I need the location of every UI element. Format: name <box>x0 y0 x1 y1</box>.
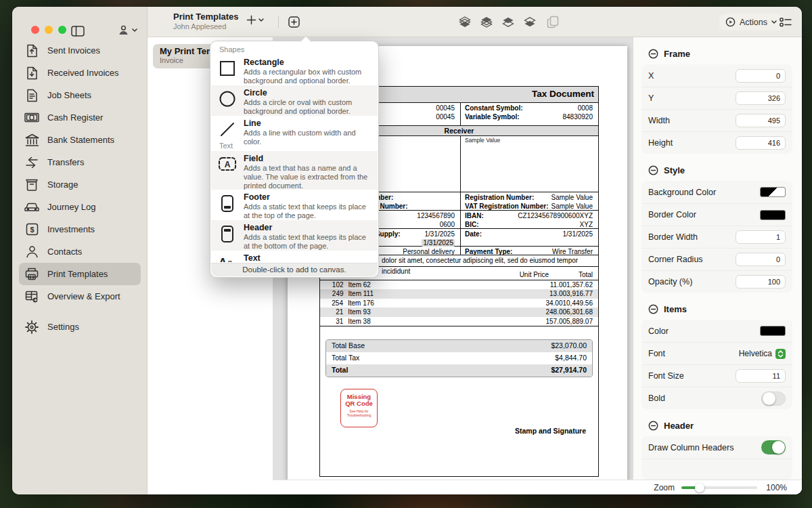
font-popup-button[interactable]: Helvetica <box>739 349 786 359</box>
section-title: Items <box>664 304 687 314</box>
add-template-button[interactable] <box>246 15 264 25</box>
text-item-header[interactable]: HeaderAdds a static text that keeps its … <box>211 220 378 251</box>
toolbar-divider <box>278 16 279 28</box>
sidebar-item-label: Journey Log <box>47 202 96 212</box>
zoom-slider[interactable] <box>681 486 757 489</box>
sidebar-item-sent-invoices[interactable]: Sent Invoices <box>19 39 141 62</box>
sidebar-item-label: Storage <box>47 179 78 190</box>
gear-icon <box>24 320 39 335</box>
border-width-field[interactable] <box>736 230 786 244</box>
section-title: Header <box>664 421 694 431</box>
sidebar-item-transfers[interactable]: Transfers <box>19 151 141 173</box>
table-export-icon <box>24 289 39 304</box>
close-window-button[interactable] <box>31 26 39 34</box>
height-field[interactable] <box>736 136 786 150</box>
shape-item-circle[interactable]: CircleAdds a circle or oval with custom … <box>211 85 378 116</box>
send-to-back-button[interactable] <box>456 14 474 29</box>
draw-column-headers-toggle[interactable] <box>761 440 786 454</box>
transfer-arrows-icon <box>24 155 39 170</box>
document-arrow-up-icon <box>24 43 39 58</box>
printer-icon <box>24 267 39 282</box>
zoom-window-button[interactable] <box>58 26 66 34</box>
y-field[interactable] <box>736 91 786 105</box>
sidebar-item-contacts[interactable]: Contacts <box>19 240 141 263</box>
doc-items-table: 102Item 62 11.00 1,357.62 249Item 111 13… <box>320 280 598 326</box>
person-icon <box>24 245 39 259</box>
sidebar-item-received-invoices[interactable]: Received Invoices <box>19 62 141 84</box>
duplicate-button[interactable] <box>544 14 562 29</box>
stepper-icon <box>775 349 786 359</box>
sidebar-item-overview-export[interactable]: Overview & Export <box>19 285 141 308</box>
chevron-down-icon <box>132 28 137 32</box>
inspector-toggle-button[interactable] <box>777 14 794 29</box>
insert-shape-button[interactable] <box>285 14 302 29</box>
circle-icon <box>211 88 244 113</box>
page-subtitle: John Appleseed <box>173 22 239 30</box>
popover-footer-hint: Double-click to add to canvas. <box>211 263 378 276</box>
table-row: 102Item 62 11.00 1,357.62 <box>320 280 598 289</box>
sidebar-item-print-templates[interactable]: Print Templates <box>19 263 141 285</box>
sidebar-toggle-icon[interactable] <box>69 24 87 38</box>
document-arrow-down-icon <box>24 66 39 81</box>
sidebar-item-job-sheets[interactable]: Job Sheets <box>19 84 141 106</box>
send-backward-button[interactable] <box>521 14 539 29</box>
frame-section: Frame X Y Width Height <box>641 49 792 154</box>
page-title: Print Templates <box>173 12 239 22</box>
chevron-down-icon <box>258 18 264 22</box>
items-section: Items Color Font Helvetica Fon <box>641 304 792 409</box>
collapse-section-icon[interactable] <box>648 304 658 314</box>
section-title: Style <box>664 165 685 175</box>
font-size-field[interactable] <box>736 369 786 383</box>
collapse-section-icon[interactable] <box>648 421 658 431</box>
shape-item-rectangle[interactable]: RectangleAdds a rectangular box with cus… <box>211 55 378 85</box>
actions-button[interactable]: Actions <box>719 14 783 30</box>
sidebar-item-label: Received Invoices <box>47 68 119 78</box>
text-item-field[interactable]: A FieldAdds a text that has a name and a… <box>211 151 378 190</box>
collapse-section-icon[interactable] <box>648 49 658 59</box>
bold-toggle[interactable] <box>761 391 786 406</box>
sidebar-item-settings[interactable]: Settings <box>19 316 141 338</box>
svg-text:$: $ <box>30 226 34 234</box>
doc-totals-box: Total Base$23,070.00 Total Tax$4,844.70 … <box>325 339 593 377</box>
border-color-well[interactable] <box>760 210 786 220</box>
shape-item-line[interactable]: LineAdds a line with custom width and co… <box>211 116 378 138</box>
collapse-section-icon[interactable] <box>648 165 658 175</box>
zoom-slider-knob[interactable] <box>695 483 704 492</box>
width-field[interactable] <box>736 114 786 127</box>
field-icon: A <box>211 154 244 187</box>
zoom-bar: Zoom 100% <box>273 480 802 494</box>
storage-box-icon <box>24 177 39 192</box>
text-item-text[interactable]: Aa Text <box>211 251 378 262</box>
table-row: 254Item 176 34.00 10,449.56 <box>320 299 598 308</box>
svg-text:A: A <box>225 160 231 169</box>
minimize-window-button[interactable] <box>45 26 53 34</box>
sidebar-item-bank-statements[interactable]: Bank Statements <box>19 129 141 151</box>
totals-row: Total$27,914.70 <box>326 364 592 377</box>
text-icon: Aa <box>211 253 244 262</box>
sidebar-item-journey-log[interactable]: Journey Log <box>19 196 141 218</box>
sidebar-item-label: Investments <box>47 224 95 234</box>
sidebar-item-investments[interactable]: $ Investments <box>19 218 141 240</box>
zoom-value: 100% <box>764 483 787 492</box>
actions-icon <box>725 17 736 27</box>
account-menu-button[interactable] <box>118 24 137 36</box>
sidebar-item-label: Transfers <box>47 157 84 167</box>
bring-forward-button[interactable] <box>499 14 517 29</box>
dollar-square-icon: $ <box>24 222 39 237</box>
layers-back-icon <box>458 16 472 28</box>
actions-label: Actions <box>740 18 767 27</box>
opacity-field[interactable] <box>736 275 786 289</box>
items-color-well[interactable] <box>760 326 786 336</box>
bring-to-front-button[interactable] <box>478 14 495 29</box>
window-title: Print Templates John Appleseed <box>173 12 239 30</box>
car-icon <box>24 200 39 215</box>
duplicate-icon <box>547 16 559 28</box>
sidebar-item-cash-register[interactable]: Cash Register <box>19 106 141 129</box>
corner-radius-field[interactable] <box>736 253 786 266</box>
sidebar-item-storage[interactable]: Storage <box>19 173 141 196</box>
sidebar-item-label: Sent Invoices <box>47 45 100 56</box>
app-window: Sent Invoices Received Invoices Job Shee… <box>12 7 802 494</box>
x-field[interactable] <box>736 69 786 83</box>
text-item-footer[interactable]: FooterAdds a static text that keeps its … <box>211 190 378 220</box>
background-color-well[interactable] <box>760 187 786 197</box>
